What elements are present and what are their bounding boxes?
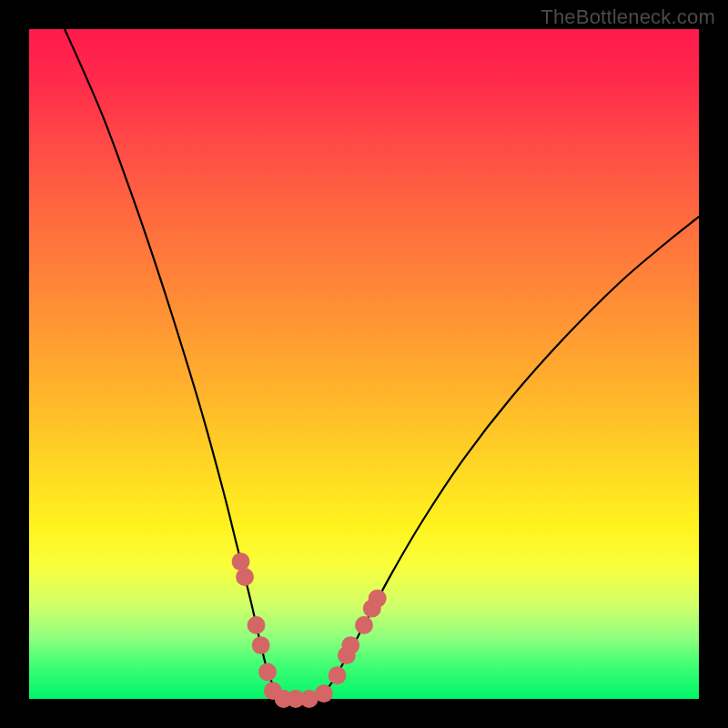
data-dot <box>258 663 277 682</box>
data-dot <box>248 616 266 634</box>
data-dots-group <box>232 552 387 708</box>
chart-frame: TheBottleneck.com <box>0 0 728 728</box>
bottleneck-curve-left <box>65 29 290 699</box>
data-dot <box>232 552 250 571</box>
chart-plot-area <box>29 29 699 699</box>
bottleneck-curve-right <box>290 217 699 700</box>
data-dot <box>315 684 333 703</box>
data-dot <box>329 666 347 684</box>
data-dot <box>369 590 387 608</box>
data-dot <box>252 636 270 654</box>
data-dot <box>236 568 254 586</box>
data-dot <box>341 636 359 654</box>
data-dot <box>355 616 373 634</box>
chart-svg-layer <box>29 29 699 699</box>
watermark-text: TheBottleneck.com <box>541 5 715 29</box>
